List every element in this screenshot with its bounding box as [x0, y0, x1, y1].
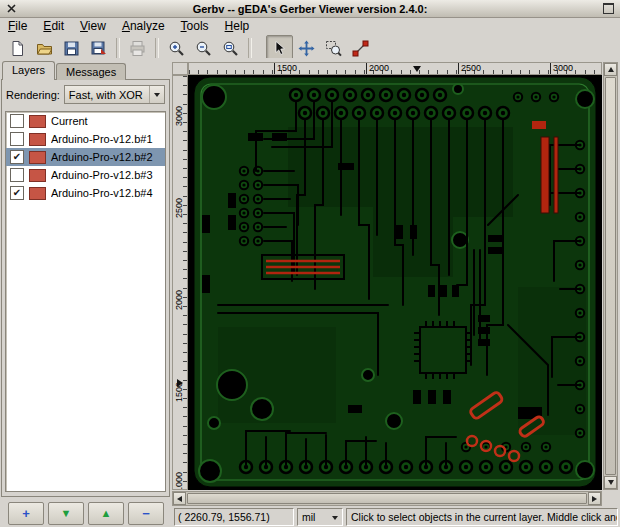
layers-panel: Rendering: Fast, with XOR Current Arduin…	[1, 79, 170, 497]
layer-color-swatch[interactable]	[29, 115, 46, 128]
ruler-label: 3000	[550, 63, 573, 75]
window-close-button[interactable]	[4, 2, 19, 15]
layer-color-swatch[interactable]	[29, 151, 46, 164]
plus-icon: +	[22, 507, 30, 520]
new-document-icon	[9, 40, 26, 57]
open-folder-icon	[36, 40, 53, 57]
layer-visibility-checkbox[interactable]	[10, 132, 24, 146]
print-icon	[129, 40, 146, 57]
layer-list: Current Arduino-Pro-v12.b#1 ✔ Arduino-Pr…	[5, 111, 166, 492]
ruler-label: 2000	[366, 63, 389, 75]
layer-row-1[interactable]: Arduino-Pro-v12.b#1	[6, 130, 165, 148]
save-icon	[63, 40, 80, 57]
menu-file[interactable]: File	[0, 18, 35, 35]
menu-edit[interactable]: Edit	[35, 18, 72, 35]
arrow-down-icon: ▼	[61, 508, 72, 519]
layer-visibility-checkbox[interactable]: ✔	[10, 186, 24, 200]
layer-name: Arduino-Pro-v12.b#1	[51, 133, 153, 145]
layer-color-swatch[interactable]	[29, 187, 46, 200]
sidebar-tabs: Layers Messages	[2, 61, 127, 80]
toolbar-separator	[116, 38, 120, 58]
arrow-up-icon: ▲	[101, 508, 112, 519]
window-title: Gerbv -- gEDA's Gerber Viewer version 2.…	[0, 3, 620, 15]
layer-color-swatch[interactable]	[29, 169, 46, 182]
print-button[interactable]	[124, 35, 151, 61]
save-as-icon	[90, 40, 107, 57]
zoom-in-icon	[168, 40, 185, 57]
save-as-button[interactable]	[85, 35, 112, 61]
new-button[interactable]	[4, 35, 31, 61]
layer-row-current[interactable]: Current	[6, 112, 165, 130]
scroll-right-arrow[interactable]	[588, 492, 601, 505]
layer-buttons: + ▼ ▲ −	[2, 501, 170, 525]
window-maximize-button[interactable]	[601, 2, 616, 15]
tab-layers[interactable]: Layers	[2, 61, 55, 80]
layer-visibility-checkbox[interactable]: ✔	[10, 150, 24, 164]
rendering-label: Rendering:	[6, 89, 60, 101]
tab-messages[interactable]: Messages	[56, 63, 126, 80]
layer-color-swatch[interactable]	[29, 133, 46, 146]
vertical-scrollbar[interactable]	[603, 62, 618, 490]
horizontal-ruler: 1500 2000 2500 3000	[188, 62, 602, 75]
scroll-up-arrow[interactable]	[604, 63, 617, 76]
cursor-position-marker	[177, 379, 187, 387]
layer-name: Arduino-Pro-v12.b#3	[51, 169, 153, 181]
vertical-ruler: 3000 2500 2000 1500 1000	[172, 75, 188, 490]
rendering-mode-value: Fast, with XOR	[65, 86, 149, 103]
menu-help[interactable]: Help	[217, 18, 258, 35]
cursor-coordinates: ( 2260.79, 1556.71)	[174, 508, 294, 526]
remove-layer-button[interactable]: −	[128, 502, 164, 525]
horizontal-scroll-thumb[interactable]	[187, 493, 587, 504]
layer-name: Current	[51, 115, 88, 127]
layer-name: Arduino-Pro-v12.b#4	[51, 187, 153, 199]
canvas-area: 1500 2000 2500 3000 3000 2500 2000 1500 …	[172, 58, 620, 527]
maximize-icon	[603, 3, 614, 14]
toolbar-separator	[248, 38, 252, 58]
statusbar: ( 2260.79, 1556.71) mil Click to select …	[174, 508, 618, 526]
scroll-down-arrow[interactable]	[604, 476, 617, 489]
pointer-icon	[271, 40, 288, 57]
layer-row-3[interactable]: Arduino-Pro-v12.b#3	[6, 166, 165, 184]
ruler-label: 2500	[458, 63, 481, 75]
menubar: File Edit View Analyze Tools Help	[0, 18, 620, 35]
open-button[interactable]	[31, 35, 58, 61]
scroll-left-arrow[interactable]	[173, 492, 186, 505]
ruler-corner	[172, 62, 188, 75]
ruler-label: 3000	[174, 106, 184, 126]
status-message: Click to select objects in the current l…	[346, 508, 618, 526]
menu-tools[interactable]: Tools	[173, 18, 217, 35]
menu-analyze[interactable]: Analyze	[114, 18, 173, 35]
zoom-fit-icon	[222, 40, 239, 57]
ruler-label: 2000	[174, 290, 184, 310]
titlebar: Gerbv -- gEDA's Gerber Viewer version 2.…	[0, 0, 620, 18]
pan-icon	[298, 40, 315, 57]
toolbar-separator	[155, 38, 159, 58]
ruler-label: 1000	[174, 472, 184, 490]
zoom-out-icon	[195, 40, 212, 57]
move-layer-up-button[interactable]: ▲	[88, 502, 124, 525]
cursor-position-marker	[413, 66, 421, 75]
chevron-down-icon	[332, 516, 338, 523]
measure-icon	[352, 40, 369, 57]
horizontal-scrollbar[interactable]	[172, 491, 602, 506]
close-icon	[7, 4, 16, 13]
layer-name: Arduino-Pro-v12.b#2	[51, 151, 153, 163]
chevron-down-icon	[149, 86, 164, 103]
units-value: mil	[302, 511, 315, 523]
ruler-label: 2500	[174, 198, 184, 218]
ruler-label: 1500	[274, 63, 297, 75]
sidebar: Layers Messages Rendering: Fast, with XO…	[0, 61, 172, 527]
layer-visibility-checkbox[interactable]	[10, 168, 24, 182]
layer-row-4[interactable]: ✔ Arduino-Pro-v12.b#4	[6, 184, 165, 202]
add-layer-button[interactable]: +	[8, 502, 44, 525]
units-select[interactable]: mil	[297, 508, 343, 526]
gerber-canvas[interactable]	[188, 75, 602, 490]
menu-view[interactable]: View	[72, 18, 114, 35]
save-button[interactable]	[58, 35, 85, 61]
zoom-region-icon	[325, 40, 342, 57]
layer-row-2-selected[interactable]: ✔ Arduino-Pro-v12.b#2	[6, 148, 165, 166]
rendering-mode-select[interactable]: Fast, with XOR	[64, 85, 165, 104]
layer-visibility-checkbox[interactable]	[10, 114, 24, 128]
vertical-scroll-thumb[interactable]	[605, 77, 616, 475]
move-layer-down-button[interactable]: ▼	[48, 502, 84, 525]
